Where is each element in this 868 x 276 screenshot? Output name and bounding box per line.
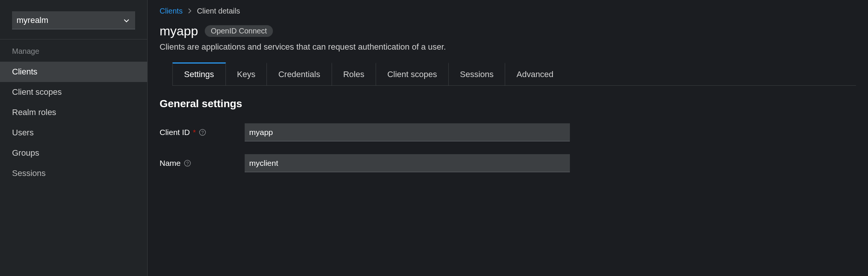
- name-input[interactable]: [245, 154, 570, 172]
- help-icon[interactable]: ?: [184, 159, 191, 167]
- tab-label: Keys: [237, 70, 256, 79]
- sidebar-item-sessions[interactable]: Sessions: [0, 163, 147, 183]
- sidebar-item-label: Clients: [12, 67, 37, 77]
- name-label: Name: [160, 159, 181, 168]
- tab-label: Credentials: [278, 70, 320, 79]
- realm-selector-text: myrealm: [17, 15, 48, 25]
- form-label-wrap: Name ?: [160, 159, 245, 168]
- page-description: Clients are applications and services th…: [160, 42, 856, 52]
- sidebar-item-label: Sessions: [12, 168, 46, 178]
- caret-down-icon: [124, 16, 129, 24]
- section-heading-general-settings: General settings: [160, 98, 856, 110]
- tab-label: Settings: [184, 70, 214, 79]
- tab-advanced[interactable]: Advanced: [505, 62, 565, 85]
- sidebar-section-heading: Manage: [0, 39, 147, 62]
- breadcrumb-current: Client details: [197, 7, 240, 15]
- sidebar-item-label: Groups: [12, 148, 39, 158]
- tab-keys[interactable]: Keys: [226, 62, 267, 85]
- tabs: Settings Keys Credentials Roles Client s…: [172, 62, 856, 86]
- sidebar-item-users[interactable]: Users: [0, 123, 147, 143]
- breadcrumb: Clients Client details: [160, 7, 856, 15]
- sidebar-item-groups[interactable]: Groups: [0, 143, 147, 163]
- protocol-badge: OpenID Connect: [205, 25, 273, 37]
- form-row-client-id: Client ID * ?: [160, 123, 856, 141]
- form-row-name: Name ?: [160, 154, 856, 172]
- page-title: myapp: [160, 24, 198, 38]
- tab-settings[interactable]: Settings: [172, 62, 226, 85]
- tab-label: Sessions: [460, 70, 493, 79]
- tab-roles[interactable]: Roles: [332, 62, 376, 85]
- sidebar-item-label: Client scopes: [12, 87, 62, 97]
- realm-selector[interactable]: myrealm: [12, 11, 135, 29]
- title-row: myapp OpenID Connect: [160, 24, 856, 38]
- sidebar-item-realm-roles[interactable]: Realm roles: [0, 102, 147, 123]
- help-icon[interactable]: ?: [199, 129, 206, 136]
- breadcrumb-clients-link[interactable]: Clients: [160, 7, 183, 15]
- tab-credentials[interactable]: Credentials: [267, 62, 332, 85]
- chevron-right-icon: [188, 7, 192, 15]
- required-asterisk: *: [193, 128, 196, 137]
- main-content: Clients Client details myapp OpenID Conn…: [148, 0, 868, 276]
- sidebar-item-label: Users: [12, 128, 34, 138]
- client-id-label: Client ID: [160, 128, 190, 137]
- sidebar-item-label: Realm roles: [12, 108, 56, 117]
- client-id-input[interactable]: [245, 123, 570, 141]
- form-label-wrap: Client ID * ?: [160, 128, 245, 137]
- tab-label: Client scopes: [387, 70, 437, 79]
- tab-sessions[interactable]: Sessions: [449, 62, 505, 85]
- sidebar-item-client-scopes[interactable]: Client scopes: [0, 82, 147, 102]
- tab-label: Roles: [343, 70, 364, 79]
- sidebar-item-clients[interactable]: Clients: [0, 62, 147, 82]
- sidebar: myrealm Manage Clients Client scopes Rea…: [0, 0, 148, 276]
- svg-text:?: ?: [201, 130, 204, 135]
- tab-label: Advanced: [516, 70, 553, 79]
- tab-client-scopes[interactable]: Client scopes: [376, 62, 449, 85]
- svg-text:?: ?: [186, 161, 189, 166]
